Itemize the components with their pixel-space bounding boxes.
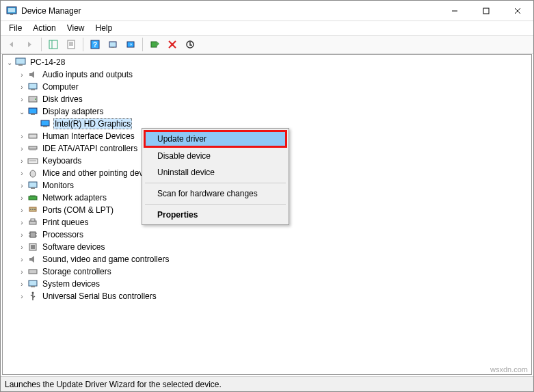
ctx-properties[interactable]: Properties (144, 207, 287, 223)
svg-rect-25 (31, 89, 35, 90)
menu-action[interactable]: Action (27, 22, 61, 34)
svg-rect-16 (111, 47, 114, 48)
expand-icon[interactable]: › (18, 255, 26, 263)
svg-rect-30 (41, 120, 49, 126)
close-button[interactable] (502, 1, 533, 21)
expand-icon[interactable]: › (18, 194, 26, 202)
expand-icon[interactable]: › (18, 280, 26, 288)
monitor-icon (27, 180, 38, 191)
tree-item-display-adapters[interactable]: ⌄Display adapters (3, 105, 531, 118)
tree-item-sound-video[interactable]: ›Sound, video and game controllers (3, 253, 531, 265)
svg-rect-28 (29, 108, 37, 114)
mouse-icon (27, 168, 38, 179)
expand-icon[interactable]: › (18, 83, 26, 91)
expand-icon[interactable]: › (18, 181, 26, 190)
svg-rect-31 (43, 126, 47, 127)
tree-item-system-devices[interactable]: ›System devices (3, 278, 531, 290)
expand-icon[interactable]: › (18, 292, 26, 300)
uninstall-button[interactable] (164, 36, 181, 53)
collapse-icon[interactable]: ⌄ (5, 58, 14, 66)
titlebar: Device Manager (1, 1, 533, 21)
ctx-update-driver[interactable]: Update driver (144, 130, 287, 148)
separator (83, 38, 83, 51)
expand-icon[interactable]: › (18, 267, 26, 276)
tree-item-processors[interactable]: ›Processors (3, 228, 531, 241)
tree-item-audio[interactable]: ›Audio inputs and outputs (3, 68, 531, 81)
svg-point-44 (32, 209, 34, 210)
svg-text:?: ? (93, 41, 97, 49)
svg-point-59 (32, 292, 34, 294)
expand-icon[interactable]: › (18, 95, 26, 103)
svg-rect-54 (31, 245, 35, 249)
separator (145, 204, 286, 205)
tree-item-storage-controllers[interactable]: ›Storage controllers (3, 265, 531, 278)
svg-rect-4 (483, 8, 489, 14)
expand-icon[interactable]: › (18, 231, 26, 239)
app-icon (6, 5, 17, 16)
svg-point-45 (34, 209, 36, 210)
tree-item-usb[interactable]: ›Universal Serial Bus controllers (3, 290, 531, 302)
show-hide-console-tree-button[interactable] (45, 36, 62, 53)
enable-button[interactable] (146, 36, 163, 53)
separator (145, 183, 286, 183)
svg-rect-38 (29, 182, 37, 187)
svg-rect-56 (29, 280, 37, 286)
system-icon (27, 278, 38, 289)
hid-icon (27, 131, 38, 142)
help-button[interactable]: ? (87, 36, 103, 53)
svg-rect-7 (49, 40, 57, 49)
svg-rect-40 (29, 196, 37, 200)
disable-button[interactable] (182, 36, 198, 53)
menu-help[interactable]: Help (90, 22, 118, 34)
watermark: wsxdn.com (490, 365, 528, 374)
network-icon (27, 192, 38, 203)
expand-icon[interactable]: › (18, 243, 26, 251)
svg-rect-47 (31, 219, 35, 221)
expand-icon[interactable]: › (18, 157, 26, 165)
svg-rect-22 (16, 58, 25, 64)
expand-icon[interactable]: › (18, 132, 26, 140)
tree-item-computer[interactable]: ›Computer (3, 81, 531, 93)
sound-icon (27, 254, 38, 265)
maximize-button[interactable] (470, 1, 502, 21)
svg-rect-18 (151, 42, 157, 47)
collapse-icon[interactable]: ⌄ (18, 107, 26, 116)
svg-point-27 (35, 99, 36, 100)
svg-point-43 (30, 209, 31, 210)
separator (41, 38, 42, 51)
svg-rect-33 (29, 146, 37, 149)
menubar: File Action View Help (1, 21, 533, 35)
disk-icon (27, 94, 38, 105)
update-driver-button[interactable] (122, 36, 139, 53)
expand-icon[interactable]: › (18, 218, 26, 226)
tree-item-software-devices[interactable]: ›Software devices (3, 241, 531, 253)
tree-item-disk-drives[interactable]: ›Disk drives (3, 93, 531, 105)
ctx-uninstall-device[interactable]: Uninstall device (144, 164, 287, 181)
expand-icon[interactable]: › (18, 144, 26, 153)
expand-icon[interactable]: › (18, 206, 26, 214)
storage-icon (27, 266, 38, 277)
forward-button (21, 36, 38, 53)
expand-icon[interactable]: › (18, 169, 26, 177)
svg-rect-9 (68, 40, 75, 49)
audio-icon (27, 69, 38, 80)
properties-button[interactable] (63, 36, 79, 53)
ctx-disable-device[interactable]: Disable device (144, 148, 287, 164)
svg-rect-15 (109, 42, 116, 47)
svg-rect-1 (8, 8, 15, 12)
cpu-icon (27, 229, 38, 240)
separator (142, 38, 143, 51)
expand-icon[interactable]: › (18, 70, 26, 79)
svg-rect-55 (29, 270, 37, 274)
svg-rect-2 (10, 14, 13, 15)
menu-view[interactable]: View (62, 22, 90, 34)
svg-point-37 (30, 170, 36, 177)
tree-root[interactable]: ⌄ PC-14-28 (3, 56, 531, 68)
scan-hardware-button[interactable] (105, 36, 121, 53)
menu-file[interactable]: File (3, 22, 27, 34)
minimize-button[interactable] (439, 1, 470, 21)
usb-icon (27, 291, 38, 302)
computer-icon (15, 57, 26, 68)
ctx-scan-hardware[interactable]: Scan for hardware changes (144, 185, 287, 202)
window-title: Device Manager (21, 6, 439, 16)
